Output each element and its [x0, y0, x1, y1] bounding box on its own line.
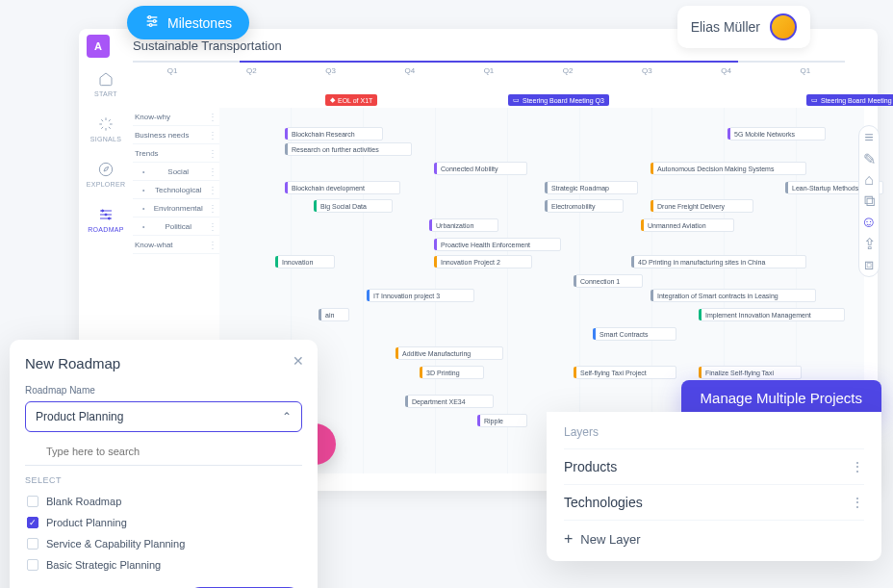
roadmap-template-option[interactable]: ✓Product Planning [25, 512, 302, 533]
sidebar-nav: STARTSIGNALSEXPLORERROADMAP [87, 69, 125, 233]
avatar[interactable] [770, 13, 797, 40]
archive-tool-icon[interactable]: ⧈ [863, 259, 875, 270]
item-label: Implement Innovation Management [705, 312, 811, 319]
tag-tool-icon[interactable]: ⌂ [863, 174, 875, 186]
row-label[interactable]: Know-why⋮ [133, 108, 219, 126]
roadmap-item[interactable]: Blockchain development [287, 181, 400, 194]
more-icon[interactable]: ⋮ [851, 459, 864, 474]
milestone-marker[interactable]: ▭Steering Board Meeting Q3 [806, 94, 893, 106]
roadmap-name-input[interactable]: Product Planning ⌃ [25, 401, 302, 432]
more-icon[interactable]: ⋮ [208, 112, 217, 122]
more-icon[interactable]: ⋮ [208, 130, 217, 141]
roadmap-item[interactable]: Innovation [277, 255, 335, 268]
roadmap-item[interactable]: Electromobility [547, 199, 624, 213]
roadmap-item[interactable]: Additive Manufacturing [397, 346, 503, 360]
milestone-marker[interactable]: ▭Steering Board Meeting Q3 [508, 94, 609, 106]
group-tool-icon[interactable]: ☺ [863, 217, 875, 228]
layer-name: Products [564, 459, 617, 474]
more-icon[interactable]: ⋮ [208, 221, 217, 232]
app-logo[interactable]: A [87, 35, 110, 58]
close-icon[interactable]: ✕ [293, 353, 304, 369]
timeline-header: Q1Q2Q3Q4Q1Q2Q3Q4Q1 [133, 66, 845, 75]
quarter-label: Q1 [766, 66, 845, 75]
layer-name: Technologies [564, 495, 643, 510]
more-icon[interactable]: ⋮ [208, 185, 217, 195]
roadmap-item[interactable]: Smart Contracts [595, 327, 676, 341]
roadmap-item[interactable]: Innovation Project 2 [436, 255, 532, 268]
milestones-pill[interactable]: Milestones [127, 6, 249, 39]
list-tool-icon[interactable]: ≡ [863, 132, 875, 143]
item-color-bar [285, 143, 288, 155]
manage-projects-pill[interactable]: Manage Multiple Projects [681, 380, 881, 416]
row-label[interactable]: Social⋮ [133, 163, 219, 181]
roadmap-item[interactable]: Self-flying Taxi Project [575, 366, 676, 379]
timeline-scrollbar[interactable] [133, 61, 845, 63]
roadmap-item[interactable]: Big Social Data [316, 199, 393, 213]
chart-tool-icon[interactable]: ⧉ [863, 195, 875, 207]
roadmap-item[interactable]: 4D Printing in manufacturing sites in Ch… [633, 255, 806, 268]
row-text: Business needs [135, 131, 189, 140]
sidebar-item-roadmap[interactable]: ROADMAP [88, 205, 124, 233]
item-label: Drone Freight Delivery [657, 203, 725, 210]
roadmap-template-option[interactable]: Blank Roadmap [25, 491, 302, 512]
roadmap-item[interactable]: Finalize Self-flying Taxi [701, 366, 802, 379]
roadmap-item[interactable]: 5G Mobile Networks [729, 127, 826, 141]
item-color-bar [699, 367, 702, 378]
roadmap-item[interactable]: Drone Freight Delivery [652, 199, 753, 213]
sidebar-item-signals[interactable]: SIGNALS [90, 115, 121, 142]
layer-row[interactable]: Technologies⋮ [564, 484, 864, 520]
roadmap-item[interactable]: Research on further activities [287, 142, 412, 156]
roadmap-item[interactable]: Department XE34 [407, 395, 494, 408]
user-card[interactable]: Elias Müller [677, 6, 810, 48]
timeline-range[interactable] [240, 61, 738, 63]
more-icon[interactable]: ⋮ [851, 495, 864, 510]
plus-icon: + [564, 530, 573, 548]
roadmap-template-option[interactable]: Service & Capability Planning [25, 533, 302, 554]
sidebar-item-start[interactable]: START [94, 69, 117, 97]
item-label: Smart Contracts [600, 331, 649, 338]
roadmap-item[interactable]: Autonomous Decision Making Systems [652, 162, 806, 175]
chevron-up-icon: ⌃ [282, 410, 292, 423]
more-icon[interactable]: ⋮ [208, 148, 217, 159]
checkbox[interactable] [27, 496, 38, 507]
roadmap-item[interactable]: Connection 1 [575, 274, 643, 288]
edit-tool-icon[interactable]: ✎ [863, 153, 875, 165]
checkbox[interactable] [27, 559, 38, 571]
roadmap-item[interactable]: Connected Mobility [436, 162, 527, 175]
roadmap-template-option[interactable]: Basic Strategic Planning [25, 554, 302, 575]
more-icon[interactable]: ⋮ [208, 203, 217, 214]
row-label[interactable]: Environmental⋮ [133, 199, 219, 217]
checkbox[interactable] [27, 538, 38, 550]
item-color-bar [434, 256, 437, 268]
checkbox[interactable]: ✓ [27, 517, 38, 528]
row-text: Social [167, 167, 189, 176]
row-label[interactable]: Technological⋮ [133, 181, 219, 199]
row-label[interactable]: Trends⋮ [133, 144, 219, 163]
roadmap-item[interactable]: Strategic Roadmap [547, 181, 638, 194]
roadmap-item[interactable]: Urbanization [431, 218, 498, 232]
row-label[interactable]: Business needs⋮ [133, 126, 219, 144]
layer-row[interactable]: Products⋮ [564, 448, 864, 484]
roadmap-item[interactable]: ain [320, 308, 349, 321]
roadmap-item[interactable]: Unmanned Aviation [643, 218, 734, 232]
roadmap-item[interactable]: IT Innovation project 3 [369, 289, 474, 302]
more-icon[interactable]: ⋮ [208, 166, 217, 177]
select-section-label: SELECT [25, 475, 302, 485]
svg-point-8 [153, 20, 156, 23]
item-color-bar [319, 309, 321, 320]
search-input[interactable] [25, 438, 302, 466]
roadmap-item[interactable]: Proactive Health Enforcement [436, 238, 561, 251]
milestone-marker[interactable]: ◆EOL of X1T [325, 94, 377, 106]
roadmap-item[interactable]: Implement Innovation Management [701, 308, 845, 321]
sidebar-item-explorer[interactable]: EXPLORER [87, 160, 126, 188]
new-layer-button[interactable]: + New Layer [564, 520, 864, 548]
item-label: Blockchain Research [292, 131, 355, 138]
row-label[interactable]: Political⋮ [133, 217, 219, 236]
roadmap-item[interactable]: 3D Printing [421, 366, 484, 379]
row-label[interactable]: Know-what⋮ [133, 236, 219, 254]
roadmap-item[interactable]: Integration of Smart contracts in Leasin… [652, 289, 816, 302]
share-tool-icon[interactable]: ⇪ [863, 238, 875, 249]
more-icon[interactable]: ⋮ [208, 240, 217, 250]
roadmap-item[interactable]: Blockchain Research [287, 127, 383, 141]
roadmap-item[interactable]: Ripple [479, 414, 527, 427]
